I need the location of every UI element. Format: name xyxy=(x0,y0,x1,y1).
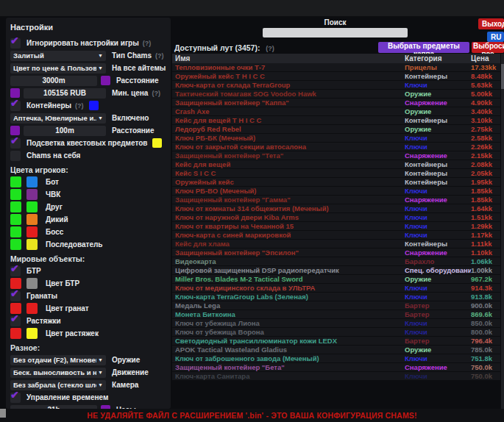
text-input[interactable] xyxy=(10,76,97,86)
color-swatch[interactable] xyxy=(152,138,162,148)
table-row[interactable]: Тактический томагавк SOG Voodoo Hawk Ору… xyxy=(172,90,500,99)
column-header-category[interactable]: Категория xyxy=(405,54,471,62)
table-row[interactable]: Ключ от убежища Лиона Ключи 850.0k xyxy=(172,319,500,328)
table-row[interactable]: Ключ-карта TerraGroup Labs (Зеленая) Клю… xyxy=(172,293,500,301)
table-row[interactable]: Ключ от наружной двери Kiba Arms Ключи 1… xyxy=(172,213,500,222)
color-swatch[interactable] xyxy=(26,226,38,237)
table-row[interactable]: Видеокарта Барахло 1.06kk xyxy=(172,257,500,266)
table-row[interactable]: Тепловизионные очки Т-7 Прицелы 17.33kk xyxy=(172,63,500,72)
color-swatch[interactable] xyxy=(26,201,38,212)
settings-checkbox-row: ✔ Растяжки xyxy=(10,315,166,327)
dropdown[interactable]: Аптечка, Ювелирные и... ▼ xyxy=(10,113,106,124)
color-swatch[interactable] xyxy=(10,176,21,187)
help-icon: (?) xyxy=(266,45,274,52)
item-name: Видеокарта xyxy=(172,257,405,265)
checkbox[interactable]: ✔ xyxy=(10,101,21,111)
dropdown[interactable]: Цвет по цене & Пользователь ▼ xyxy=(10,63,106,74)
color-swatch[interactable] xyxy=(26,303,38,314)
column-header-price[interactable]: Цена xyxy=(471,54,500,62)
chevron-down-icon: ▼ xyxy=(98,382,103,387)
item-category: Ключи xyxy=(405,213,471,221)
table-row[interactable]: Кейс S I C C Контейнеры 2.05kk xyxy=(172,169,500,178)
color-swatch[interactable] xyxy=(10,189,21,200)
color-swatch[interactable] xyxy=(26,328,38,339)
table-row[interactable]: Ключ-карта с синей маркировкой Ключи 1.1… xyxy=(172,231,500,240)
table-row[interactable]: Ключ от заброшенного завода (Меченый) Кл… xyxy=(172,354,500,363)
table-row[interactable]: Светодиодный трансиллюминатор кожи LEDX … xyxy=(172,337,500,346)
color-swatch[interactable] xyxy=(10,226,21,237)
color-swatch[interactable] xyxy=(10,201,21,212)
table-row[interactable]: Защищенный контейнер "Гамма" Снаряжение … xyxy=(172,196,500,204)
item-name: Ключ от убежища Лиона xyxy=(172,319,405,327)
column-header-name[interactable]: Имя xyxy=(172,54,405,62)
search-input[interactable] xyxy=(263,28,408,37)
table-row[interactable]: Цифровой защищенный DSP радиопередатчик … xyxy=(172,266,500,275)
table-row[interactable]: Ключ РБ-ВО (Меченый) Ключи 1.85kk xyxy=(172,187,500,196)
color-swatch[interactable] xyxy=(26,239,38,250)
table-row[interactable]: Защищенный контейнер "Тета" Снаряжение 2… xyxy=(172,151,500,160)
color-swatch[interactable] xyxy=(10,214,21,225)
item-name: Тепловизионные очки Т-7 xyxy=(172,63,405,71)
color-swatch[interactable] xyxy=(89,101,99,110)
item-category: Ключи xyxy=(405,284,471,292)
settings-rows: ✔ Игнорировать настройки игры(?) Залитый… xyxy=(10,37,166,416)
table-row[interactable]: Ключ от убежища Ворона Ключи 800.0k xyxy=(172,328,500,337)
table-row[interactable]: Ледоруб Red Rebel Оружие 2.75kk xyxy=(172,125,500,134)
table-row[interactable]: Кейс для вещей T H I C C Контейнеры 3.10… xyxy=(172,116,500,125)
table-row[interactable]: Оружейный кейс T H I C C Контейнеры 8.48… xyxy=(172,72,500,81)
color-label: Босс xyxy=(46,228,63,236)
select-kappa-items-button[interactable]: Выбрать предметы каппа xyxy=(378,42,469,53)
table-row[interactable]: Ключ-карта от склада TerraGroup Ключи 5.… xyxy=(172,81,500,90)
color-swatch[interactable] xyxy=(10,239,21,250)
table-row[interactable]: Кейс для вещей Контейнеры 2.08kk xyxy=(172,160,500,169)
text-input[interactable] xyxy=(24,126,106,136)
table-row[interactable]: Ключ от медицинского склада в УЛЬТРА Клю… xyxy=(172,284,500,293)
drop-all-button[interactable]: Выбросить все xyxy=(472,42,504,53)
item-name: Ключ РБ-ВО (Меченый) xyxy=(172,187,405,195)
color-swatch[interactable] xyxy=(26,214,38,225)
item-price: 8.48kk xyxy=(471,72,500,80)
table-row[interactable]: Защищенный контейнер "Эпсилон" Снаряжени… xyxy=(172,248,500,257)
table-row[interactable]: Ключ РБ-БК (Меченый) Ключи 2.58kk xyxy=(172,134,500,143)
item-category: Ключи xyxy=(405,293,471,301)
table-row[interactable]: Оружейный кейс Контейнеры 1.95kk xyxy=(172,178,500,187)
table-row[interactable]: Защищенный контейнер "Бета" Снаряжение 7… xyxy=(172,363,500,372)
setting-label: Оружие xyxy=(112,356,140,364)
color-swatch[interactable] xyxy=(26,278,38,289)
color-swatch[interactable] xyxy=(26,189,38,200)
color-swatch[interactable] xyxy=(101,76,110,85)
item-price: 850.0k xyxy=(471,319,500,327)
language-button[interactable]: RU xyxy=(487,32,504,42)
checkbox[interactable]: ✔ xyxy=(10,316,21,326)
dropdown[interactable]: Беск. выносливость и нет уста ▼ xyxy=(10,368,106,378)
exit-button[interactable]: Выход xyxy=(478,18,504,29)
checkbox[interactable]: ✔ xyxy=(10,393,21,403)
text-input[interactable] xyxy=(24,88,106,99)
color-swatch[interactable] xyxy=(10,328,21,339)
settings-checkbox-row: ✔ Подсветка квестовых предметов xyxy=(10,137,166,149)
table-row[interactable]: Ключ-карта Санитара Ключи 750.0k xyxy=(172,372,500,381)
dropdown[interactable]: Залитый ▼ xyxy=(10,51,106,61)
item-price: 913.8k xyxy=(471,293,500,301)
checkbox[interactable]: ✔ xyxy=(10,291,21,301)
table-scrollbar[interactable] xyxy=(501,54,504,409)
table-row[interactable]: Монета Биткоина Бартер 869.6k xyxy=(172,310,500,319)
dropdown[interactable]: Без забрала (стекло шлема) ▼ xyxy=(10,380,106,390)
table-row[interactable]: Ключ от квартиры на Чеканной 15 Ключи 1.… xyxy=(172,222,500,231)
checkbox[interactable]: ✔ xyxy=(10,38,21,49)
checkbox[interactable]: ✔ xyxy=(10,266,21,276)
table-row[interactable]: Защищенный контейнер "Каппа" Снаряжение … xyxy=(172,99,500,107)
checkbox[interactable]: ✔ xyxy=(10,138,21,149)
table-row[interactable]: APOK Tactical Wasteland Gladius Оружие 7… xyxy=(172,346,500,354)
item-price: 1.29kk xyxy=(471,222,500,230)
table-row[interactable]: Медаль Lega Бартер 900.0k xyxy=(172,301,500,310)
table-row[interactable]: Ключ от комнаты 314 общежития (Меченый) … xyxy=(172,204,500,213)
table-row[interactable]: Miller Bros. Blades M-2 Tactical Sword О… xyxy=(172,275,500,284)
table-row[interactable]: Crash Axe Оружие 3.40kk xyxy=(172,107,500,116)
dropdown[interactable]: Без отдачи (F2), Мгновенное п ▼ xyxy=(10,355,106,365)
checkbox[interactable] xyxy=(10,151,21,161)
table-row[interactable]: Кейс для хлама Контейнеры 1.11kk xyxy=(172,240,500,248)
table-row[interactable]: Ключ от закрытой секции автосалона Ключи… xyxy=(172,143,500,151)
color-swatch[interactable] xyxy=(26,176,38,187)
scrollbar-thumb[interactable] xyxy=(501,64,504,89)
